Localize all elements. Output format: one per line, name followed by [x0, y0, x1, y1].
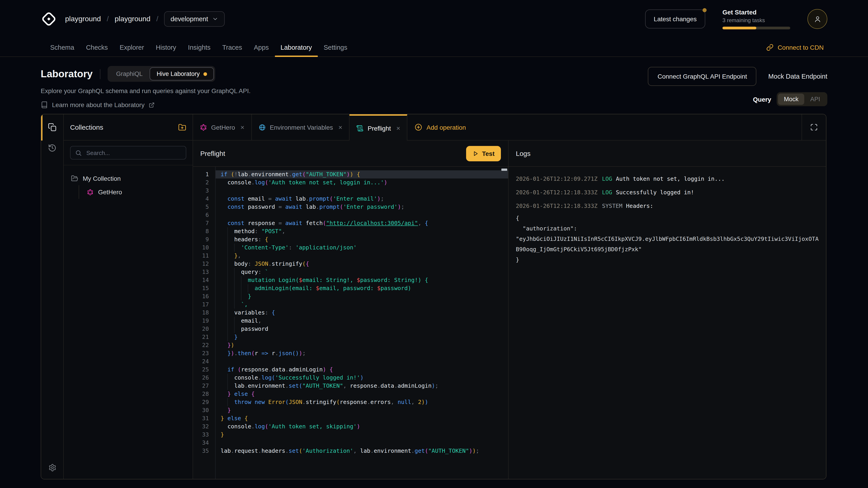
- book-icon: [41, 101, 48, 108]
- collection-operation-gethero[interactable]: GetHero: [79, 185, 193, 199]
- history-icon[interactable]: [48, 144, 57, 152]
- code-line[interactable]: 23 }).then(r => r.json());: [193, 349, 508, 357]
- code-line[interactable]: 19 email,: [193, 317, 508, 325]
- expand-icon: [810, 123, 818, 131]
- nav-tab-settings[interactable]: Settings: [318, 38, 353, 57]
- nav-tab-insights[interactable]: Insights: [182, 38, 216, 57]
- code-line[interactable]: 1if (!lab.environment.get("AUTH_TOKEN"))…: [193, 170, 508, 178]
- line-number: 20: [193, 325, 215, 333]
- tab-environment-variables[interactable]: Environment Variables ×: [252, 114, 349, 140]
- code-line[interactable]: 9 headers: {: [193, 235, 508, 243]
- code-line[interactable]: 5 const password = await lab.prompt('Ent…: [193, 203, 508, 211]
- avatar[interactable]: [807, 9, 827, 29]
- code-line[interactable]: 14 mutation Login($email: String!, $pass…: [193, 276, 508, 284]
- learn-more-link[interactable]: Learn more about the Laboratory: [41, 101, 251, 108]
- get-started-title: Get Started: [722, 8, 790, 16]
- tab-gethero[interactable]: GetHero ×: [193, 114, 252, 140]
- settings-gear-icon[interactable]: [41, 464, 63, 472]
- get-started-widget[interactable]: Get Started 3 remaining tasks: [722, 8, 790, 29]
- tab-preflight[interactable]: Preflight ×: [350, 114, 408, 140]
- collections-icon[interactable]: [48, 123, 57, 131]
- code-editor[interactable]: 1if (!lab.environment.get("AUTH_TOKEN"))…: [193, 167, 508, 479]
- close-icon[interactable]: ×: [396, 124, 400, 132]
- nav-tab-schema[interactable]: Schema: [44, 38, 80, 57]
- breadcrumb-org[interactable]: playground: [65, 15, 101, 23]
- graphql-icon: [87, 189, 94, 195]
- nav-tab-laboratory[interactable]: Laboratory: [275, 38, 318, 57]
- connect-cdn-link[interactable]: Connect to CDN: [766, 38, 824, 57]
- add-operation-button[interactable]: Add operation: [408, 114, 473, 140]
- hive-laboratory-page: playground / playground / development La…: [0, 0, 868, 488]
- code-line[interactable]: 21 }: [193, 333, 508, 341]
- code-line[interactable]: 26 console.log('Successfully logged in!'…: [193, 374, 508, 382]
- breadcrumb-project[interactable]: playground: [115, 15, 150, 23]
- toggle-hive-laboratory[interactable]: Hive Laboratory: [150, 67, 214, 80]
- code-line[interactable]: 22 }): [193, 341, 508, 349]
- add-collection-icon[interactable]: [178, 123, 186, 131]
- nav-tab-explorer[interactable]: Explorer: [114, 38, 150, 57]
- collection-folder[interactable]: My Collection: [64, 172, 193, 185]
- close-icon[interactable]: ×: [241, 123, 245, 131]
- mock-endpoint-label[interactable]: Mock Data Endpoint: [768, 73, 827, 80]
- code-line[interactable]: 13 query: `: [193, 268, 508, 276]
- code-line[interactable]: 32 console.log('Auth token set, skipping…: [193, 422, 508, 431]
- code-line[interactable]: 3: [193, 187, 508, 195]
- code-line[interactable]: 4 const email = await lab.prompt('Enter …: [193, 195, 508, 203]
- line-number: 22: [193, 341, 215, 349]
- mode-api[interactable]: API: [804, 94, 826, 105]
- code-line[interactable]: 18 variables: {: [193, 308, 508, 317]
- code-line[interactable]: 2 console.log('Auth token not set, loggi…: [193, 178, 508, 187]
- code-line[interactable]: 31} else {: [193, 414, 508, 422]
- code-line[interactable]: 28 } else {: [193, 390, 508, 398]
- nav-tab-traces[interactable]: Traces: [216, 38, 248, 57]
- line-number: 26: [193, 374, 215, 382]
- code-line[interactable]: 25 if (response.data.adminLogin) {: [193, 365, 508, 374]
- toggle-graphiql[interactable]: GraphiQL: [109, 68, 150, 80]
- mode-mock[interactable]: Mock: [778, 94, 804, 105]
- collections-tree: My Collection GetH: [64, 165, 193, 205]
- scroll-icon: [356, 125, 364, 132]
- code-line[interactable]: 11 },: [193, 252, 508, 260]
- code-line[interactable]: 29 throw new Error(JSON.stringify(respon…: [193, 398, 508, 406]
- code-line[interactable]: 7 const response = await fetch("http://l…: [193, 219, 508, 227]
- code-line[interactable]: 6: [193, 211, 508, 219]
- code-line[interactable]: 17 `,: [193, 300, 508, 308]
- editor-scrollbar-thumb[interactable]: [501, 168, 507, 171]
- search-input[interactable]: [86, 149, 181, 157]
- code-line[interactable]: 16 }: [193, 292, 508, 300]
- hive-logo-icon[interactable]: [41, 11, 57, 27]
- code-line[interactable]: 10 'Content-Type': 'application/json': [193, 243, 508, 252]
- close-icon[interactable]: ×: [338, 123, 342, 131]
- line-number: 3: [193, 187, 215, 195]
- test-button[interactable]: Test: [466, 146, 501, 161]
- code-line[interactable]: 12 body: JSON.stringify({: [193, 260, 508, 268]
- code-line[interactable]: 33}: [193, 431, 508, 439]
- log-entry: 2026-01-26T12:12:18.333ZLOGSuccessfully …: [516, 186, 819, 199]
- code-line[interactable]: 8 method: "POST",: [193, 227, 508, 235]
- latest-changes-button[interactable]: Latest changes: [645, 9, 705, 29]
- code-line[interactable]: 30 }: [193, 406, 508, 414]
- latest-changes-label: Latest changes: [654, 15, 697, 23]
- code-line[interactable]: 15 adminLogin(email: $email, password: $…: [193, 284, 508, 292]
- folder-open-icon: [71, 175, 78, 182]
- connect-cdn-label: Connect to CDN: [778, 43, 824, 51]
- code-line[interactable]: 27 lab.environment.set("AUTH_TOKEN", res…: [193, 382, 508, 390]
- connect-endpoint-button[interactable]: Connect GraphQL API Endpoint: [648, 67, 756, 86]
- fullscreen-button[interactable]: [802, 114, 826, 140]
- tab-gethero-label: GetHero: [211, 124, 235, 131]
- primary-nav: SchemaChecksExplorerHistoryInsightsTrace…: [0, 38, 868, 57]
- logs-pane-title: Logs: [516, 150, 530, 157]
- nav-tab-history[interactable]: History: [150, 38, 182, 57]
- line-number: 19: [193, 317, 215, 325]
- code-line[interactable]: 24: [193, 357, 508, 365]
- add-operation-label: Add operation: [427, 124, 466, 131]
- target-select[interactable]: development: [164, 11, 225, 27]
- tab-environment-variables-label: Environment Variables: [270, 124, 333, 131]
- line-number: 2: [193, 178, 215, 187]
- line-number: 17: [193, 300, 215, 308]
- code-line[interactable]: 35lab.request.headers.set('Authorization…: [193, 447, 508, 455]
- nav-tab-checks[interactable]: Checks: [80, 38, 114, 57]
- code-line[interactable]: 34: [193, 439, 508, 447]
- code-line[interactable]: 20 password: [193, 325, 508, 333]
- nav-tab-apps[interactable]: Apps: [248, 38, 275, 57]
